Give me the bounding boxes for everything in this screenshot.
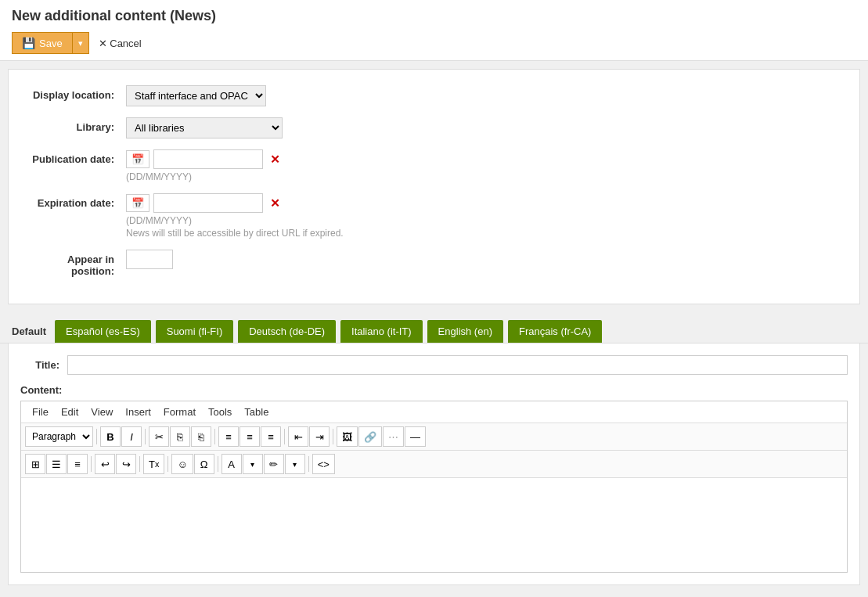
calendar-icon-exp: 📅 <box>131 197 144 209</box>
expiration-date-clear-button[interactable]: ✕ <box>267 196 283 210</box>
special-char-button[interactable]: Ω <box>194 454 214 474</box>
paragraph-style-select[interactable]: Paragraph <box>25 426 93 447</box>
appear-position-label: Appear in position: <box>24 250 126 277</box>
divider-8 <box>167 456 168 472</box>
divider-2 <box>145 429 146 444</box>
expiration-date-input[interactable] <box>153 193 263 213</box>
expiration-date-hint: (DD/MM/YYYY) <box>126 215 844 226</box>
publication-date-input[interactable] <box>153 149 263 169</box>
divider-1 <box>96 429 97 444</box>
content-field-label: Content: <box>20 384 848 396</box>
menu-format[interactable]: Format <box>157 404 202 420</box>
content-section: Title: Content: File Edit View Insert Fo… <box>8 343 860 585</box>
tab-espanol[interactable]: Español (es-ES) <box>55 320 151 343</box>
expiration-date-picker-button[interactable]: 📅 <box>126 194 149 212</box>
publication-date-row-inner: 📅 ✕ <box>126 149 844 169</box>
publication-date-clear-button[interactable]: ✕ <box>267 153 283 167</box>
library-select[interactable]: All libraries <box>126 117 283 138</box>
menu-insert[interactable]: Insert <box>119 404 157 420</box>
expiration-date-control: 📅 ✕ (DD/MM/YYYY) News will still be acce… <box>126 193 844 239</box>
redo-button[interactable]: ↪ <box>116 454 136 474</box>
page-header: New additional content (News) Save ▾ ✕ C… <box>0 0 868 61</box>
unordered-list-button[interactable]: ☰ <box>46 454 67 474</box>
publication-date-row: Publication date: 📅 ✕ (DD/MM/YYYY) <box>24 149 844 182</box>
horizontal-rule-button[interactable]: — <box>405 426 426 447</box>
editor-toolbar-row1: Paragraph B I ✂ ⎘ ⎗ ≡ ≡ ≡ ⇤ ⇥ 🖼 🔗 ⋯ — <box>21 423 847 451</box>
save-button-group: Save ▾ <box>12 32 89 54</box>
insert-image-button[interactable]: 🖼 <box>337 426 358 447</box>
editor-toolbar-row2: ⊞ ☰ ≡ ↩ ↪ Tx ☺ Ω A ▾ ✏ ▾ <> <box>21 451 847 478</box>
editor-menubar: File Edit View Insert Format Tools Table <box>21 401 847 423</box>
tab-francais[interactable]: Français (fr-CA) <box>508 320 602 343</box>
font-color-dropdown[interactable]: ▾ <box>243 454 263 474</box>
menu-edit[interactable]: Edit <box>55 404 85 420</box>
table-button[interactable]: ⊞ <box>25 454 45 474</box>
insert-special-button[interactable]: ⋯ <box>383 426 404 447</box>
clear-formatting-button[interactable]: Tx <box>143 454 164 474</box>
cancel-button[interactable]: ✕ Cancel <box>92 34 148 53</box>
display-location-select[interactable]: Staff interface and OPAC Staff interface… <box>126 85 266 106</box>
floppy-icon <box>22 37 35 49</box>
indent-button[interactable]: ⇥ <box>309 426 330 447</box>
paste-button[interactable]: ⎗ <box>191 426 211 447</box>
save-button[interactable]: Save <box>12 32 72 54</box>
divider-3 <box>214 429 215 444</box>
tab-italiano[interactable]: Italiano (it-IT) <box>340 320 423 343</box>
divider-6 <box>91 456 92 472</box>
main-content: Display location: Staff interface and OP… <box>8 69 860 304</box>
display-location-control: Staff interface and OPAC Staff interface… <box>126 85 844 106</box>
align-center-button[interactable]: ≡ <box>240 426 260 447</box>
tab-deutsch[interactable]: Deutsch (de-DE) <box>238 320 336 343</box>
divider-10 <box>308 456 309 472</box>
menu-view[interactable]: View <box>85 404 119 420</box>
emoji-button[interactable]: ☺ <box>171 454 193 474</box>
save-dropdown-button[interactable]: ▾ <box>72 32 89 54</box>
rich-text-editor: File Edit View Insert Format Tools Table… <box>20 401 848 573</box>
divider-4 <box>284 429 285 444</box>
highlight-dropdown[interactable]: ▾ <box>285 454 305 474</box>
menu-tools[interactable]: Tools <box>202 404 238 420</box>
toolbar: Save ▾ ✕ Cancel <box>12 32 856 54</box>
title-row: Title: <box>20 355 848 375</box>
editor-body[interactable] <box>21 478 847 572</box>
insert-link-button[interactable]: 🔗 <box>358 426 382 447</box>
expiration-date-note: News will still be accessible by direct … <box>126 228 844 239</box>
publication-date-label: Publication date: <box>24 149 126 165</box>
appear-position-row: Appear in position: <box>24 250 844 277</box>
menu-table[interactable]: Table <box>238 404 275 420</box>
library-control: All libraries <box>126 117 844 138</box>
font-color-button[interactable]: A <box>222 454 242 474</box>
highlight-button[interactable]: ✏ <box>264 454 284 474</box>
italic-button[interactable]: I <box>121 426 142 447</box>
publication-date-hint: (DD/MM/YYYY) <box>126 171 844 182</box>
expiration-date-row-inner: 📅 ✕ <box>126 193 844 213</box>
language-tabs-bar: Default Español (es-ES) Suomi (fi-FI) De… <box>0 312 868 343</box>
title-field-label: Title: <box>20 359 67 371</box>
copy-button[interactable]: ⎘ <box>170 426 190 447</box>
source-code-button[interactable]: <> <box>312 454 335 474</box>
tab-english[interactable]: English (en) <box>427 320 503 343</box>
ordered-list-button[interactable]: ≡ <box>67 454 88 474</box>
title-input[interactable] <box>67 355 848 375</box>
appear-position-control <box>126 250 844 269</box>
menu-file[interactable]: File <box>26 404 55 420</box>
align-left-button[interactable]: ≡ <box>218 426 239 447</box>
publication-date-control: 📅 ✕ (DD/MM/YYYY) <box>126 149 844 182</box>
library-row: Library: All libraries <box>24 117 844 138</box>
divider-5 <box>333 429 333 444</box>
publication-date-picker-button[interactable]: 📅 <box>126 150 149 168</box>
outdent-button[interactable]: ⇤ <box>288 426 308 447</box>
display-location-label: Display location: <box>24 85 126 101</box>
expiration-date-label: Expiration date: <box>24 193 126 209</box>
align-right-button[interactable]: ≡ <box>261 426 281 447</box>
undo-button[interactable]: ↩ <box>95 454 115 474</box>
divider-7 <box>139 456 140 472</box>
library-label: Library: <box>24 117 126 133</box>
bold-button[interactable]: B <box>100 426 121 447</box>
divider-9 <box>218 456 218 472</box>
tab-suomi[interactable]: Suomi (fi-FI) <box>156 320 234 343</box>
display-location-row: Display location: Staff interface and OP… <box>24 85 844 106</box>
expiration-date-row: Expiration date: 📅 ✕ (DD/MM/YYYY) News w… <box>24 193 844 239</box>
cut-button[interactable]: ✂ <box>149 426 169 447</box>
appear-position-input[interactable] <box>126 250 173 269</box>
